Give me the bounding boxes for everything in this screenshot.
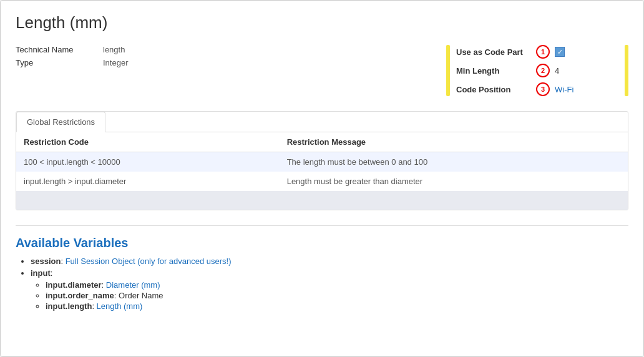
tab-content: Restriction Code Restriction Message 100… <box>16 132 628 210</box>
list-item: input: input.diameter: Diameter (mm) inp… <box>31 268 628 311</box>
list-item: session: Full Session Object (only for a… <box>31 257 628 266</box>
type-label: Type <box>16 58 103 67</box>
right-yellow-bar <box>625 45 628 96</box>
restriction-message-2: Length must be greater than diameter <box>280 172 628 191</box>
tab-header: Global Restrictions <box>16 112 628 132</box>
input-key: input <box>31 268 51 278</box>
page-container: Length (mm) Technical Name length Type I… <box>0 0 644 357</box>
input-order-name-key: input.order_name <box>46 291 114 300</box>
restriction-message-1: The length must be between 0 and 100 <box>280 152 628 172</box>
variable-list: session: Full Session Object (only for a… <box>16 257 628 311</box>
session-description: Full Session Object (only for advanced u… <box>66 257 232 266</box>
right-fields: Use as Code Part 1 ✓ Min Length 2 4 Code… <box>446 45 628 96</box>
input-diameter-desc: Diameter (mm) <box>106 280 160 290</box>
badge-2: 2 <box>536 64 550 77</box>
list-item: input.length: Length (mm) <box>46 301 628 311</box>
technical-name-value: length <box>103 45 125 54</box>
code-position-value[interactable]: Wi-Fi <box>555 85 573 94</box>
type-row: Type Integer <box>16 58 446 67</box>
restriction-message-header: Restriction Message <box>280 132 628 152</box>
list-item: input.diameter: Diameter (mm) <box>46 280 628 290</box>
min-length-value: 4 <box>555 66 559 76</box>
technical-name-row: Technical Name length <box>16 45 446 54</box>
use-as-code-part-row: Use as Code Part 1 ✓ <box>456 45 618 59</box>
input-length-desc: Length (mm) <box>97 301 143 311</box>
use-as-code-part-label: Use as Code Part <box>456 47 531 57</box>
session-key: session <box>31 257 61 266</box>
fields-row: Technical Name length Type Integer Use a… <box>16 45 628 96</box>
list-item: input.order_name: Order Name <box>46 291 628 300</box>
global-restrictions-tab[interactable]: Global Restrictions <box>16 112 105 132</box>
right-table: Use as Code Part 1 ✓ Min Length 2 4 Code… <box>456 45 618 96</box>
restriction-code-2: input.length > input.diameter <box>16 172 280 191</box>
restriction-code-header: Restriction Code <box>16 132 280 152</box>
type-value: Integer <box>103 58 128 67</box>
use-as-code-part-checkbox[interactable]: ✓ <box>555 47 565 57</box>
restriction-code-1: 100 < input.length < 10000 <box>16 152 280 172</box>
table-row: input.length > input.diameter Length mus… <box>16 172 628 191</box>
available-variables-section: Available Variables session: Full Sessio… <box>16 236 628 311</box>
code-position-row: Code Position 3 Wi-Fi <box>456 82 618 96</box>
technical-name-label: Technical Name <box>16 45 103 54</box>
code-position-label: Code Position <box>456 85 531 94</box>
min-length-row: Min Length 2 4 <box>456 64 618 77</box>
input-diameter-key: input.diameter <box>46 280 102 290</box>
tab-section: Global Restrictions Restriction Code Res… <box>16 111 628 210</box>
badge-3: 3 <box>536 82 550 96</box>
min-length-label: Min Length <box>456 66 531 76</box>
empty-row <box>16 191 628 210</box>
left-yellow-bar <box>446 45 450 96</box>
restrictions-table: Restriction Code Restriction Message 100… <box>16 132 628 210</box>
input-length-key: input.length <box>46 301 92 311</box>
input-order-name-desc: Order Name <box>119 291 163 300</box>
badge-1: 1 <box>536 45 550 59</box>
left-fields: Technical Name length Type Integer <box>16 45 446 96</box>
sub-list: input.diameter: Diameter (mm) input.orde… <box>31 280 628 311</box>
table-row: 100 < input.length < 10000 The length mu… <box>16 152 628 172</box>
available-variables-title: Available Variables <box>16 236 628 250</box>
divider <box>16 225 628 226</box>
page-title: Length (mm) <box>16 13 628 32</box>
